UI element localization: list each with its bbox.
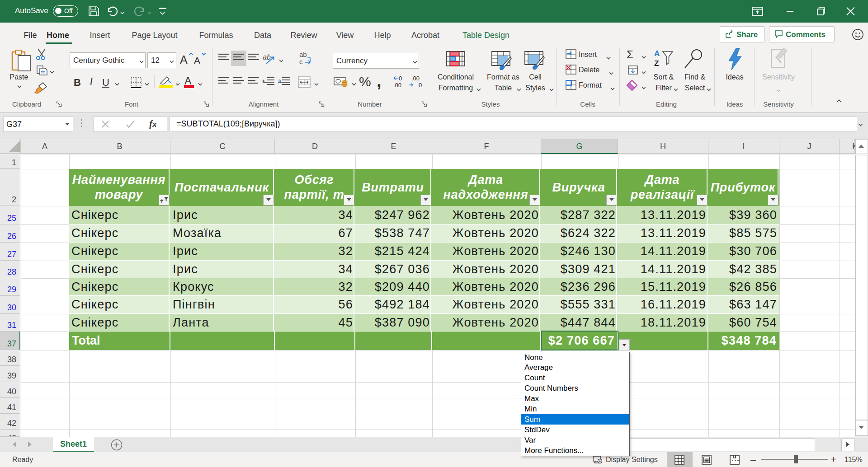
svg-text:Z: Z [654, 59, 659, 68]
svg-text:A: A [654, 49, 660, 58]
svg-text:ab: ab [299, 51, 307, 58]
svg-text:ab: ab [263, 53, 271, 61]
svg-text:0: 0 [399, 75, 402, 82]
svg-text:.00: .00 [411, 75, 420, 82]
svg-text:.00: .00 [393, 82, 401, 89]
svg-text:c: c [299, 58, 303, 65]
